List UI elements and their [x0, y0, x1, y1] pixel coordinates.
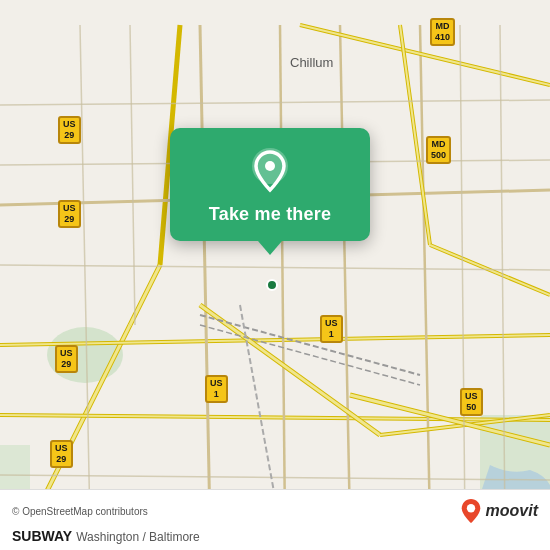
shield-us1-1: US1 [320, 315, 343, 343]
place-title: SUBWAY [12, 528, 72, 544]
map-container: Chillum US29 US29 US29 US29 MD410 MD500 … [0, 0, 550, 550]
map-roads: Chillum [0, 0, 550, 550]
popup-label: Take me there [209, 204, 331, 225]
shield-us29-1: US29 [58, 116, 81, 144]
location-pin-icon [246, 146, 294, 194]
shield-us29-2: US29 [58, 200, 81, 228]
bottom-bar: © OpenStreetMap contributors moovit SUBW… [0, 489, 550, 550]
svg-point-44 [265, 161, 275, 171]
osm-attribution: © OpenStreetMap contributors [12, 506, 148, 517]
shield-us1-2: US1 [205, 375, 228, 403]
svg-text:Chillum: Chillum [290, 55, 333, 70]
shield-us29-4: US29 [50, 440, 73, 468]
shield-md500: MD500 [426, 136, 451, 164]
bottom-title-row: SUBWAY Washington / Baltimore [12, 524, 538, 544]
bottom-bar-top: © OpenStreetMap contributors moovit [12, 498, 538, 524]
svg-point-45 [466, 504, 474, 512]
popup-card[interactable]: Take me there [170, 128, 370, 241]
moovit-text: moovit [486, 502, 538, 520]
shield-md410: MD410 [430, 18, 455, 46]
moovit-pin-icon [460, 498, 482, 524]
place-subtitle: Washington / Baltimore [76, 530, 200, 544]
moovit-logo: moovit [460, 498, 538, 524]
svg-point-42 [267, 280, 277, 290]
shield-us50: US50 [460, 388, 483, 416]
shield-us29-3: US29 [55, 345, 78, 373]
